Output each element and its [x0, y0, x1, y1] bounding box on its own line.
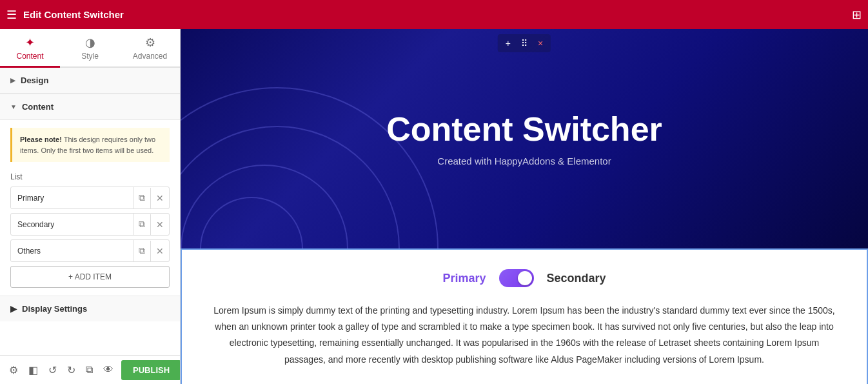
- design-section-label: Design: [21, 76, 48, 85]
- hero-section: + ⠿ × Content Switcher Created with Happ…: [181, 29, 868, 248]
- list-item: ⧉ ✕: [10, 213, 170, 236]
- tab-style-label: Style: [81, 52, 99, 61]
- switcher-content-text: Lorem Ipsum is simply dummy text of the …: [208, 303, 841, 368]
- list-item-copy-btn-others[interactable]: ⧉: [133, 240, 150, 261]
- hero-subtitle: Created with HappyAddons & Elementor: [437, 156, 611, 167]
- list-item-others-input[interactable]: [11, 241, 133, 261]
- layers-icon[interactable]: ◧: [26, 361, 41, 379]
- content-tab-icon: ✦: [25, 35, 35, 50]
- hero-title: Content Switcher: [386, 111, 662, 148]
- list-item: ⧉ ✕: [10, 239, 170, 262]
- switcher-secondary-label: Secondary: [547, 272, 606, 285]
- bottom-bar: ⚙ ◧ ↺ ↻ ⧉ 👁 PUBLISH ▼: [0, 355, 180, 384]
- publish-button[interactable]: PUBLISH: [121, 360, 181, 380]
- tab-advanced-label: Advanced: [133, 52, 167, 61]
- undo-icon[interactable]: ↺: [46, 361, 59, 379]
- canvas-add-button[interactable]: +: [502, 37, 515, 50]
- list-item-copy-btn-primary[interactable]: ⧉: [133, 187, 150, 208]
- redo-icon[interactable]: ↻: [64, 361, 78, 379]
- main-layout: ✦ Content ◑ Style ⚙ Advanced ▶ Design ▼: [0, 29, 868, 384]
- design-section-header[interactable]: ▶ Design: [0, 68, 180, 94]
- left-panel: ✦ Content ◑ Style ⚙ Advanced ▶ Design ▼: [0, 29, 181, 384]
- content-section-body: Please note! This design requires only t…: [0, 120, 180, 296]
- list-item-delete-btn-others[interactable]: ✕: [150, 241, 169, 261]
- design-arrow-icon: ▶: [10, 77, 15, 84]
- toggle-switch[interactable]: [499, 269, 534, 287]
- canvas-move-button[interactable]: ⠿: [517, 37, 531, 50]
- tabs-bar: ✦ Content ◑ Style ⚙ Advanced: [0, 29, 180, 68]
- top-bar: ☰ Edit Content Switcher ⊞: [0, 0, 868, 29]
- switcher-controls: Primary Secondary: [208, 269, 841, 287]
- style-tab-icon: ◑: [85, 35, 95, 50]
- note-bold: Please note!: [20, 136, 62, 143]
- display-settings-header[interactable]: ▶ Display Settings: [0, 296, 180, 321]
- list-label: List: [10, 172, 170, 181]
- content-section-header[interactable]: ▼ Content: [0, 94, 180, 120]
- page-title: Edit Content Switcher: [23, 9, 845, 20]
- display-settings-arrow-icon: ▶: [10, 304, 17, 314]
- right-canvas: + ⠿ × Content Switcher Created with Happ…: [181, 29, 868, 384]
- panel-content: ▶ Design ▼ Content Please note! This des…: [0, 68, 180, 355]
- list-item: ⧉ ✕: [10, 187, 170, 209]
- display-settings-label: Display Settings: [22, 304, 87, 314]
- content-arrow-icon: ▼: [10, 103, 17, 110]
- tab-advanced[interactable]: ⚙ Advanced: [120, 29, 180, 68]
- advanced-tab-icon: ⚙: [145, 35, 155, 50]
- tab-content-label: Content: [16, 52, 43, 61]
- switcher-area: Primary Secondary Lorem Ipsum is simply …: [181, 248, 868, 384]
- list-item-copy-btn-secondary[interactable]: ⧉: [133, 214, 150, 235]
- list-item-primary-input[interactable]: [11, 188, 133, 208]
- content-section-label: Content: [22, 102, 54, 112]
- preview-icon[interactable]: 👁: [101, 361, 116, 378]
- settings-icon[interactable]: ⚙: [6, 361, 21, 379]
- list-item-delete-btn-primary[interactable]: ✕: [150, 188, 169, 208]
- tab-style[interactable]: ◑ Style: [60, 29, 120, 68]
- toggle-knob: [518, 271, 532, 285]
- list-item-secondary-input[interactable]: [11, 215, 133, 234]
- note-box: Please note! This design requires only t…: [10, 128, 170, 162]
- add-item-button[interactable]: + ADD ITEM: [10, 266, 170, 288]
- switcher-primary-label: Primary: [442, 272, 486, 285]
- list-item-delete-btn-secondary[interactable]: ✕: [150, 214, 169, 235]
- tab-content[interactable]: ✦ Content: [0, 29, 60, 68]
- canvas-action-bar: + ⠿ ×: [498, 34, 551, 52]
- menu-icon[interactable]: ☰: [6, 8, 17, 22]
- canvas-close-button[interactable]: ×: [534, 37, 547, 50]
- grid-icon[interactable]: ⊞: [852, 8, 862, 22]
- history-icon[interactable]: ⧉: [83, 361, 95, 378]
